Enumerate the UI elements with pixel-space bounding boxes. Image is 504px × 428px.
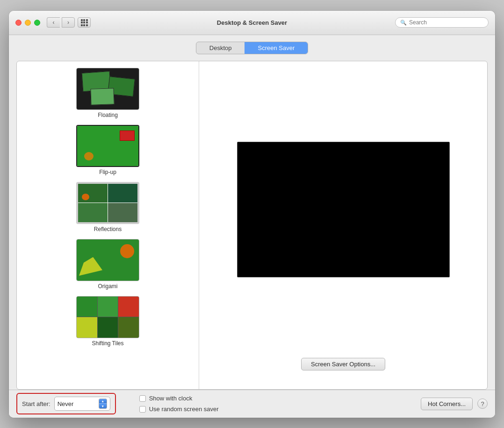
titlebar: ‹ › Desktop & Screen Saver 🔍 — [9, 11, 495, 35]
forward-button[interactable]: › — [62, 17, 75, 28]
flipup-label: Flip-up — [99, 169, 116, 175]
screen-saver-options-button[interactable]: Screen Saver Options... — [301, 358, 385, 370]
list-item[interactable]: Reflections — [74, 180, 141, 234]
chevron-left-icon: ‹ — [53, 19, 55, 26]
chevron-right-icon: › — [67, 19, 69, 26]
flipup-thumbnail — [76, 125, 139, 167]
screensaver-list: Floating Flip-up — [17, 61, 199, 389]
help-button[interactable]: ? — [477, 399, 488, 409]
use-random-row: Use random screen saver — [139, 406, 219, 413]
use-random-checkbox[interactable] — [139, 406, 146, 413]
preview-area — [209, 71, 478, 348]
origami-thumbnail — [76, 239, 139, 281]
main-window: ‹ › Desktop & Screen Saver 🔍 Desktop Scr… — [9, 11, 495, 418]
origami-label: Origami — [98, 283, 117, 290]
hot-corners-button[interactable]: Hot Corners... — [421, 398, 473, 410]
tab-screensaver[interactable]: Screen Saver — [245, 42, 308, 54]
close-button[interactable] — [15, 20, 22, 26]
window-title: Desktop & Screen Saver — [217, 19, 287, 26]
bottom-bar: Start after: Never ▲ ▼ Show with clock U… — [9, 390, 495, 418]
grid-view-button[interactable] — [78, 17, 91, 28]
preview-panel: Screen Saver Options... — [199, 61, 487, 389]
grid-icon — [81, 19, 88, 26]
stepper-down[interactable]: ▼ — [99, 404, 107, 408]
tab-bar: Desktop Screen Saver — [16, 42, 488, 54]
floating-thumbnail — [76, 68, 139, 110]
start-after-group: Start after: Never ▲ ▼ — [16, 393, 116, 414]
show-with-clock-checkbox[interactable] — [139, 395, 146, 402]
tab-desktop[interactable]: Desktop — [196, 42, 245, 54]
main-panel: Floating Flip-up — [16, 61, 488, 390]
list-item[interactable]: Floating — [74, 66, 141, 120]
use-random-label: Use random screen saver — [149, 406, 219, 413]
tab-group: Desktop Screen Saver — [196, 42, 308, 54]
shifting-tiles-label: Shifting Tiles — [92, 340, 123, 347]
search-input[interactable] — [409, 19, 483, 26]
maximize-button[interactable] — [34, 20, 40, 26]
right-controls: Hot Corners... ? — [421, 398, 488, 410]
list-item[interactable]: Flip-up — [74, 123, 141, 177]
traffic-lights — [15, 20, 40, 26]
list-item[interactable]: Shifting Tiles — [74, 294, 141, 348]
shifting-tiles-thumbnail — [76, 296, 139, 338]
preview-screen — [237, 142, 450, 277]
nav-buttons: ‹ › — [47, 17, 75, 28]
list-item[interactable]: Origami — [74, 237, 141, 291]
reflections-label: Reflections — [94, 226, 122, 232]
back-button[interactable]: ‹ — [47, 17, 60, 28]
start-after-select[interactable]: Never ▲ ▼ — [54, 397, 110, 411]
start-after-stepper[interactable]: ▲ ▼ — [99, 399, 107, 409]
floating-label: Floating — [98, 112, 118, 118]
content-area: Desktop Screen Saver Floating — [9, 35, 495, 390]
search-box[interactable]: 🔍 — [395, 17, 489, 28]
minimize-button[interactable] — [25, 20, 31, 26]
show-with-clock-label: Show with clock — [149, 395, 192, 402]
stepper-up[interactable]: ▲ — [99, 399, 107, 404]
reflections-thumbnail — [76, 182, 139, 224]
checkboxes-group: Show with clock Use random screen saver — [139, 395, 219, 413]
search-icon: 🔍 — [400, 20, 407, 26]
show-with-clock-row: Show with clock — [139, 395, 219, 402]
start-after-value: Never — [58, 400, 97, 407]
start-after-label: Start after: — [22, 400, 50, 407]
